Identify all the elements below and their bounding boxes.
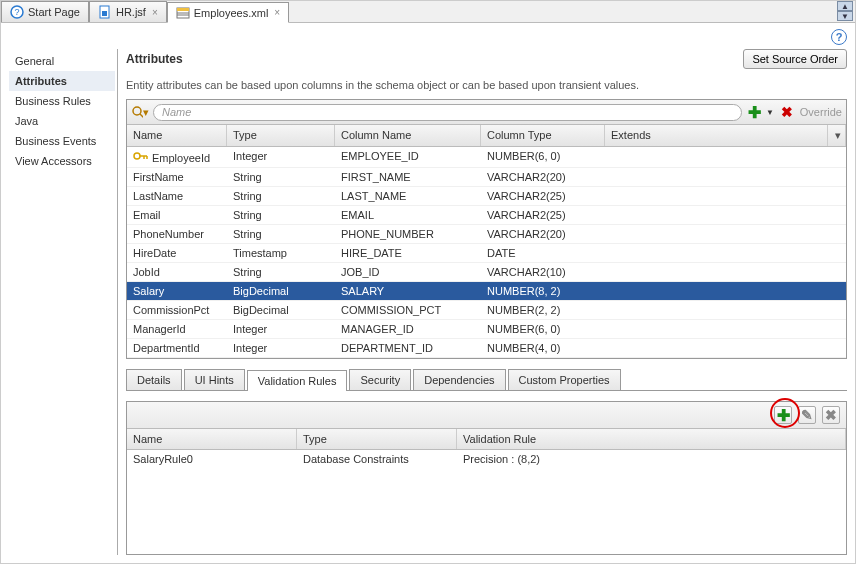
- tab-security[interactable]: Security: [349, 369, 411, 390]
- key-icon: [133, 150, 149, 162]
- cell-name: EmployeeId: [127, 147, 227, 167]
- table-row[interactable]: ManagerIdIntegerMANAGER_IDNUMBER(6, 0): [127, 320, 846, 339]
- delete-attribute-button[interactable]: ✖: [778, 103, 796, 121]
- cell-ctype: NUMBER(2, 2): [481, 301, 605, 319]
- sidebar-item-general[interactable]: General: [9, 51, 117, 71]
- cell-ext: [605, 225, 828, 243]
- help-icon[interactable]: ?: [831, 29, 847, 45]
- rule-name: SalaryRule0: [127, 450, 297, 468]
- cell-col: EMAIL: [335, 206, 481, 224]
- cell-col: COMMISSION_PCT: [335, 301, 481, 319]
- col-name[interactable]: Name: [127, 125, 227, 146]
- cell-ext: [605, 339, 828, 357]
- cell-ctype: NUMBER(8, 2): [481, 282, 605, 300]
- cell-col: PHONE_NUMBER: [335, 225, 481, 243]
- tab-validation-rules[interactable]: Validation Rules: [247, 370, 348, 391]
- tabstrip-up-icon[interactable]: ▲: [837, 1, 853, 11]
- cell-col: EMPLOYEE_ID: [335, 147, 481, 167]
- cell-type: Integer: [227, 320, 335, 338]
- cell-name: LastName: [127, 187, 227, 205]
- tab-dependencies[interactable]: Dependencies: [413, 369, 505, 390]
- file-icon: [98, 5, 112, 19]
- sidebar-item-business-rules[interactable]: Business Rules: [9, 91, 117, 111]
- cell-ctype: VARCHAR2(25): [481, 206, 605, 224]
- cell-ctype: DATE: [481, 244, 605, 262]
- col-columntype[interactable]: Column Type: [481, 125, 605, 146]
- search-icon[interactable]: ▾: [131, 103, 149, 121]
- rule-type: Database Constraints: [297, 450, 457, 468]
- table-row[interactable]: FirstNameStringFIRST_NAMEVARCHAR2(20): [127, 168, 846, 187]
- tab-custom-properties[interactable]: Custom Properties: [508, 369, 621, 390]
- cell-type: String: [227, 225, 335, 243]
- cell-ext: [605, 301, 828, 319]
- table-row[interactable]: PhoneNumberStringPHONE_NUMBERVARCHAR2(20…: [127, 225, 846, 244]
- cell-type: String: [227, 206, 335, 224]
- rule-validation: Precision : (8,2): [457, 450, 846, 468]
- tab-label: Employees.xml: [194, 7, 269, 19]
- cell-col: FIRST_NAME: [335, 168, 481, 186]
- search-input[interactable]: Name: [153, 104, 742, 121]
- sidebar-item-attributes[interactable]: Attributes: [9, 71, 117, 91]
- delete-rule-button[interactable]: ✖: [822, 406, 840, 424]
- cell-ext: [605, 147, 828, 167]
- cell-name: ManagerId: [127, 320, 227, 338]
- col-type[interactable]: Type: [227, 125, 335, 146]
- rule-row[interactable]: SalaryRule0Database ConstraintsPrecision…: [127, 450, 846, 468]
- cell-ctype: VARCHAR2(10): [481, 263, 605, 281]
- attributes-grid: ▾ Name ✚▼ ✖ Override Name Type Column Na…: [126, 99, 847, 359]
- table-row[interactable]: JobIdStringJOB_IDVARCHAR2(10): [127, 263, 846, 282]
- tab-hr-jsf[interactable]: HR.jsf ×: [89, 1, 167, 22]
- set-source-order-button[interactable]: Set Source Order: [743, 49, 847, 69]
- tab-details[interactable]: Details: [126, 369, 182, 390]
- grid-menu-chevron-icon[interactable]: ▾: [828, 125, 846, 146]
- sidebar-item-business-events[interactable]: Business Events: [9, 131, 117, 151]
- table-row[interactable]: CommissionPctBigDecimalCOMMISSION_PCTNUM…: [127, 301, 846, 320]
- col-columnname[interactable]: Column Name: [335, 125, 481, 146]
- edit-rule-button[interactable]: ✎: [798, 406, 816, 424]
- add-attribute-button[interactable]: ✚: [746, 103, 764, 121]
- tab-ui-hints[interactable]: UI Hints: [184, 369, 245, 390]
- cell-ext: [605, 187, 828, 205]
- table-row[interactable]: EmployeeIdIntegerEMPLOYEE_IDNUMBER(6, 0): [127, 147, 846, 168]
- table-row[interactable]: SalaryBigDecimalSALARYNUMBER(8, 2): [127, 282, 846, 301]
- page-description: Entity attributes can be based upon colu…: [126, 69, 847, 99]
- close-icon[interactable]: ×: [152, 7, 158, 18]
- cell-ext: [605, 168, 828, 186]
- rules-col-name[interactable]: Name: [127, 429, 297, 449]
- cell-name: Email: [127, 206, 227, 224]
- tab-start-page[interactable]: ? Start Page: [1, 1, 89, 22]
- validation-rules-panel: ✚ ✎ ✖ Name Type Validation Rule SalaryRu…: [126, 401, 847, 555]
- grid-header: Name Type Column Name Column Type Extend…: [127, 125, 846, 147]
- table-row[interactable]: DepartmentIdIntegerDEPARTMENT_IDNUMBER(4…: [127, 339, 846, 358]
- add-menu-chevron-icon[interactable]: ▼: [766, 108, 774, 117]
- sidebar-item-java[interactable]: Java: [9, 111, 117, 131]
- cell-type: Integer: [227, 147, 335, 167]
- rules-col-rule[interactable]: Validation Rule: [457, 429, 846, 449]
- svg-line-9: [140, 114, 143, 118]
- col-extends[interactable]: Extends: [605, 125, 828, 146]
- sidebar-item-view-accessors[interactable]: View Accessors: [9, 151, 117, 171]
- tab-label: HR.jsf: [116, 6, 146, 18]
- svg-point-10: [134, 153, 140, 159]
- file-tab-strip: ? Start Page HR.jsf × Employees.xml × ▲ …: [1, 1, 855, 23]
- add-rule-button[interactable]: ✚: [774, 406, 792, 424]
- cell-ctype: NUMBER(6, 0): [481, 147, 605, 167]
- override-button: Override: [800, 106, 842, 118]
- tab-label: Start Page: [28, 6, 80, 18]
- tabstrip-down-icon[interactable]: ▼: [837, 11, 853, 21]
- svg-point-8: [133, 107, 141, 115]
- cell-ctype: NUMBER(4, 0): [481, 339, 605, 357]
- table-row[interactable]: EmailStringEMAILVARCHAR2(25): [127, 206, 846, 225]
- cell-ext: [605, 320, 828, 338]
- table-row[interactable]: HireDateTimestampHIRE_DATEDATE: [127, 244, 846, 263]
- cell-type: String: [227, 187, 335, 205]
- help-circle-icon: ?: [10, 5, 24, 19]
- tab-employees-xml[interactable]: Employees.xml ×: [167, 2, 289, 23]
- svg-text:?: ?: [14, 7, 19, 17]
- cell-type: BigDecimal: [227, 301, 335, 319]
- cell-ctype: VARCHAR2(25): [481, 187, 605, 205]
- rules-col-type[interactable]: Type: [297, 429, 457, 449]
- close-icon[interactable]: ×: [274, 7, 280, 18]
- table-row[interactable]: LastNameStringLAST_NAMEVARCHAR2(25): [127, 187, 846, 206]
- cell-ext: [605, 263, 828, 281]
